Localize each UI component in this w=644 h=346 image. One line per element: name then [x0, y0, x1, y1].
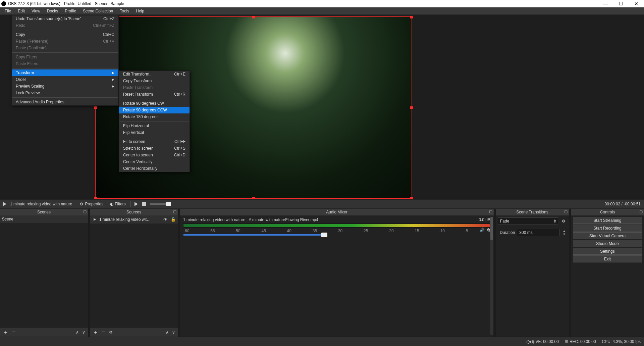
start-streaming-button[interactable]: Start Streaming — [573, 217, 642, 224]
start-virtual-camera-button[interactable]: Start Virtual Camera — [573, 232, 642, 239]
menu-rotate-180[interactable]: Rotate 180 degrees — [119, 113, 190, 120]
duration-up-button[interactable]: ▲ — [561, 229, 567, 233]
remove-source-button[interactable]: − — [102, 329, 106, 336]
popout-icon[interactable]: ▢ — [173, 209, 176, 214]
menu-separator — [12, 97, 118, 98]
studio-mode-button[interactable]: Studio Mode — [573, 240, 642, 247]
toolbar-divider — [130, 201, 131, 207]
add-source-button[interactable]: ＋ — [93, 328, 99, 336]
lock-toggle-icon[interactable]: 🔓 — [171, 217, 176, 222]
controls-title: Controls — [600, 210, 615, 214]
menu-transform[interactable]: Transform ▶ — [12, 69, 118, 76]
menu-profile[interactable]: Profile — [61, 8, 79, 14]
transition-select[interactable]: Fade ▲▼ — [498, 217, 558, 225]
remove-scene-button[interactable]: − — [12, 329, 16, 336]
filters-button[interactable]: ◐ Filters — [108, 201, 128, 207]
properties-label: Properties — [85, 202, 103, 206]
menu-order-label: Order — [16, 77, 26, 82]
menu-lock-preview[interactable]: Lock Preview — [12, 90, 118, 96]
source-properties-button[interactable]: ⚙ — [109, 330, 113, 335]
menu-copy[interactable]: Copy Ctrl+C — [12, 31, 118, 38]
menu-view[interactable]: View — [28, 8, 44, 14]
menu-rotate-cw-label: Rotate 90 degrees CW — [123, 101, 164, 106]
menu-center-screen[interactable]: Center to screen Ctrl+D — [119, 152, 190, 158]
menu-advanced-audio[interactable]: Advanced Audio Properties — [12, 99, 118, 105]
menu-flip-h-label: Flip Horizontal — [123, 123, 149, 128]
speaker-icon[interactable]: 🔊 — [480, 228, 485, 232]
resize-handle-e[interactable] — [410, 106, 413, 109]
menu-center-shortcut: Ctrl+D — [161, 153, 185, 157]
menu-center-v-label: Center Vertically — [123, 159, 152, 164]
scenes-list[interactable]: Scene — [0, 215, 88, 327]
window-title: OBS 27.2.3 (64-bit, windows) - Profile: … — [8, 1, 124, 6]
menu-separator — [12, 30, 118, 30]
menu-undo[interactable]: Undo Transform source(s) In 'Scene' Ctrl… — [12, 15, 118, 22]
media-play-button[interactable] — [133, 201, 139, 207]
sources-list[interactable]: 1 minute relaxing video with nature - A … — [90, 215, 178, 327]
menu-edit[interactable]: Edit — [14, 8, 28, 14]
menu-preview-scaling[interactable]: Preview Scaling ▶ — [12, 83, 118, 90]
menu-redo-shortcut: Ctrl+Shift+Z — [79, 23, 114, 28]
menu-scene-collection[interactable]: Scene Collection — [79, 8, 116, 14]
menu-edit-transform-label: Edit Transform... — [123, 72, 153, 77]
transform-submenu: Edit Transform... Ctrl+E Copy Transform … — [119, 70, 190, 172]
source-item[interactable]: 1 minute relaxing video with nature - A … — [90, 215, 178, 224]
duration-down-button[interactable]: ▼ — [561, 233, 567, 236]
resize-handle-n[interactable] — [252, 16, 255, 18]
bottom-panels: Scenes ▢ Scene ＋ − ∧ ∨ Sources ▢ 1 minut… — [0, 209, 644, 337]
volume-slider[interactable] — [183, 234, 327, 236]
media-seek-slider[interactable] — [150, 203, 170, 205]
menu-center-vertically[interactable]: Center Vertically — [119, 158, 190, 165]
settings-button[interactable]: Settings — [573, 248, 642, 255]
transitions-header: Scene Transitions ▢ — [496, 209, 569, 215]
obs-logo-icon — [1, 1, 6, 6]
menu-center-horizontally[interactable]: Center Horizontally — [119, 165, 190, 172]
visibility-toggle-icon[interactable]: 👁 — [163, 217, 167, 222]
duration-input[interactable]: 300 ms — [517, 229, 559, 236]
menu-order[interactable]: Order ▶ — [12, 76, 118, 83]
scenes-header: Scenes ▢ — [0, 209, 88, 215]
minimize-button[interactable]: — — [598, 0, 613, 7]
popout-icon[interactable]: ▢ — [639, 209, 643, 214]
resize-handle-ne[interactable] — [410, 16, 413, 18]
titlebar: OBS 27.2.3 (64-bit, windows) - Profile: … — [0, 0, 644, 7]
menu-fit-screen[interactable]: Fit to screen Ctrl+F — [119, 138, 190, 145]
move-source-down-button[interactable]: ∨ — [172, 330, 175, 335]
menu-reset-transform[interactable]: Reset Transform Ctrl+R — [119, 91, 190, 98]
mixer-settings-icon[interactable]: ⚙ — [487, 228, 490, 232]
exit-button[interactable]: Exit — [573, 255, 642, 262]
move-scene-down-button[interactable]: ∨ — [82, 330, 85, 335]
move-source-up-button[interactable]: ∧ — [166, 330, 169, 335]
popout-icon[interactable]: ▢ — [83, 209, 87, 214]
start-recording-button[interactable]: Start Recording — [573, 225, 642, 232]
record-dot-icon — [565, 340, 568, 343]
menu-edit-transform[interactable]: Edit Transform... Ctrl+E — [119, 71, 190, 78]
scene-item[interactable]: Scene — [0, 215, 88, 223]
resize-handle-w[interactable] — [94, 106, 97, 109]
media-stop-button[interactable] — [142, 201, 147, 207]
menu-tools[interactable]: Tools — [116, 8, 132, 14]
move-scene-up-button[interactable]: ∧ — [76, 330, 79, 335]
menu-flip-vertical[interactable]: Flip Vertical — [119, 129, 190, 136]
audio-mixer-panel: Audio Mixer ▢ 1 minute relaxing video wi… — [180, 209, 494, 337]
menu-help[interactable]: Help — [132, 8, 148, 14]
menu-separator — [119, 137, 190, 137]
menu-paste-ref-shortcut: Ctrl+V — [90, 39, 114, 44]
popout-icon[interactable]: ▢ — [489, 209, 492, 214]
menu-flip-horizontal[interactable]: Flip Horizontal — [119, 122, 190, 129]
maximize-button[interactable]: ☐ — [613, 0, 629, 7]
menu-undo-shortcut: Ctrl+Z — [90, 16, 114, 21]
menu-stretch-screen[interactable]: Stretch to screen Ctrl+S — [119, 145, 190, 152]
popout-icon[interactable]: ▢ — [564, 209, 568, 214]
close-button[interactable]: ✕ — [629, 0, 644, 7]
menu-docks[interactable]: Docks — [44, 8, 61, 14]
mixer-scrollbar[interactable] — [490, 217, 493, 335]
menu-rotate-ccw[interactable]: Rotate 90 degrees CCW — [119, 107, 190, 113]
transition-settings-button[interactable]: ⚙ — [560, 218, 567, 225]
menu-rotate-cw[interactable]: Rotate 90 degrees CW — [119, 100, 190, 107]
menu-paste-transform-label: Paste Transform — [123, 85, 153, 90]
menu-copy-transform[interactable]: Copy Transform — [119, 78, 190, 84]
properties-button[interactable]: ⚙ Properties — [78, 201, 105, 207]
menu-file[interactable]: File — [1, 8, 14, 14]
add-scene-button[interactable]: ＋ — [3, 328, 9, 336]
